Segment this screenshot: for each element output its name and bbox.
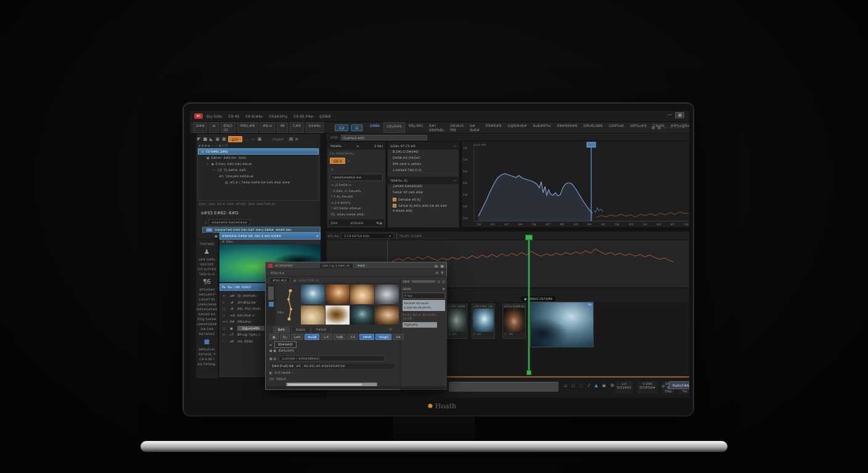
- dialog-filter-segment[interactable]: #%z #Lz: [269, 277, 290, 283]
- toolbar-mini-icon[interactable]: —: [682, 125, 686, 129]
- rail-label[interactable]: 65@ 5z#9#: [197, 317, 218, 321]
- properties-footer[interactable]: Z## #D9u6# ◥ ▣: [329, 219, 384, 226]
- collapse-caret-icon[interactable]: ▾: [316, 234, 318, 238]
- dialog-window-icon[interactable]: ▣: [440, 264, 444, 268]
- dialog-small-button[interactable]: 6#: [393, 334, 403, 340]
- workspace-tab[interactable]: b# 6s6#: [467, 122, 482, 133]
- rail-label[interactable]: L9#9#5#9#: [197, 321, 218, 326]
- checkbox-row[interactable]: + (2 6#6# =: [327, 183, 385, 189]
- tree-tool-icon[interactable]: ≡: [295, 137, 298, 142]
- asset-thumbnail[interactable]: [350, 305, 374, 325]
- workspace-tab[interactable]: D9v6L5B6: [581, 122, 605, 133]
- asset-thumbnail[interactable]: [350, 285, 374, 304]
- rail-label[interactable]: D#5#5#5#2: [197, 307, 218, 312]
- menu-item[interactable]: C9 45: [229, 114, 240, 118]
- dialog-small-button[interactable]: 6u: [280, 334, 290, 340]
- timeline-playhead-handle-bottom[interactable]: [526, 370, 531, 375]
- tree-row[interactable]: »◆D'6#n, 6#b D#L 6#u#.: [198, 161, 319, 167]
- right-panel-group-row[interactable]: G699 ⚙: [401, 285, 447, 292]
- rail-label[interactable]: D#.5#9: [197, 326, 218, 331]
- dialog-small-button[interactable]: %4B: [333, 334, 346, 340]
- asset-thumbnail[interactable]: [375, 305, 399, 325]
- rail-label[interactable]: L6#9u5#99: [197, 302, 218, 307]
- attribute-row[interactable]: 1 6#6#8 T#6 D 6): [388, 168, 459, 174]
- dialog-lower-tab[interactable]: 6L6z3: [291, 326, 310, 333]
- toolbar-mini-icon[interactable]: ▦: [657, 125, 661, 129]
- status-icon[interactable]: ▫: [564, 383, 567, 388]
- workspace-tab[interactable]: U@6#s6#: [505, 122, 529, 133]
- menu-item[interactable]: 6(y G(6s: [207, 114, 223, 118]
- toolbar-mini-icon[interactable]: —: [676, 125, 679, 129]
- tree-tool-icon[interactable]: ▦: [222, 137, 226, 142]
- toolbar-button[interactable]: #6.U: [260, 122, 275, 133]
- right-panel-input[interactable]: F-%x: [403, 293, 445, 299]
- curve-editor-panel[interactable]: · kty6 #6 1#5#8#6#0#4#D# 1##5#79#5##7#8#…: [461, 140, 689, 228]
- dialog-lower-tab[interactable]: B#9: [273, 326, 290, 333]
- attribute-row[interactable]: 5#6#' 6F d#6 #6#: [388, 190, 459, 196]
- tree-row[interactable]: ▣E#z#r: ##S 6#.: 6#G: [198, 155, 319, 161]
- dialog-small-button[interactable]: 3#V6: [359, 334, 374, 340]
- mode-button[interactable]: G: [351, 124, 362, 131]
- workspace-tab[interactable]: D6)6v5 f99: [448, 122, 466, 133]
- maximize-button[interactable]: ▣: [675, 112, 684, 118]
- rail-label[interactable]: 6#5#16, P: [197, 352, 218, 357]
- rail-label[interactable]: TV67#63: [197, 241, 218, 246]
- toolbar-mini-icon[interactable]: —: [669, 125, 673, 129]
- properties-input[interactable]: C#6#6#9#6# ##: [330, 174, 383, 181]
- status-icon[interactable]: ◉: [602, 383, 606, 388]
- tree-tool-icon[interactable]: ▣: [215, 137, 219, 142]
- dialog-window-icon[interactable]: ▤: [435, 264, 438, 268]
- timeline-playhead-handle-top[interactable]: [525, 235, 533, 240]
- status-icon[interactable]: ○: [571, 383, 575, 388]
- row3-field[interactable]: 1u6%9# / #D6#6B9#4): [279, 355, 385, 362]
- record-icon[interactable]: ◎: [389, 326, 392, 331]
- row1-value-box[interactable]: E9#4#)D: [274, 341, 297, 348]
- dialog-row-1[interactable]: ≡ E9#4#)D: [269, 341, 297, 348]
- dialog-small-button[interactable]: L#6: [291, 334, 303, 340]
- workspace-tab[interactable]: E9#6#9: [483, 122, 504, 133]
- rail-label[interactable]: 6#5u#9 P: [197, 292, 218, 297]
- rail-label[interactable]: 6#7#5#2: [197, 331, 218, 336]
- dialog-row-6[interactable]: [3) D9G.9: [269, 377, 286, 381]
- asset-thumbnail[interactable]: [326, 285, 350, 304]
- properties-orange-button[interactable]: 68 9: [330, 158, 345, 164]
- media-panel-header[interactable]: #9#6#9s 6#6# 6#, 6#) 2 #6) 6)6#9 ▾: [219, 232, 321, 240]
- timeline-clip[interactable]: c7#3 7H#6C· #5: [447, 304, 467, 339]
- rail-label[interactable]: T#5z 6v-8: [197, 272, 218, 277]
- tree-row[interactable]: ▤#5.# (,7#6# 6#F#.6# 6#6 #6# ###: [198, 179, 319, 185]
- workspace-tab[interactable]: 6#) 69d%6s: [427, 122, 446, 133]
- apply-button[interactable]: F@%#%: [403, 322, 437, 328]
- dialog-small-button[interactable]: 3.6: [347, 334, 358, 340]
- attribute-row[interactable]: D#6B #9 (F#2#C: [388, 156, 459, 162]
- dialog-tab[interactable]: 6%z) 6-a: [271, 271, 284, 275]
- toolbar-button[interactable]: C#9: [290, 122, 304, 133]
- attributes-section2-header[interactable]: 'S6#%s .6] —: [388, 177, 459, 184]
- rail-label[interactable]: U69 D65: [197, 262, 218, 267]
- rail-icon[interactable]: ¶6: [203, 278, 211, 285]
- collapse-icon[interactable]: —: [453, 144, 456, 148]
- tree-row[interactable]: *CZT1,6#F#, 6#6: [198, 167, 319, 173]
- tree-tool-icon[interactable]: . ,: [244, 137, 248, 142]
- timeline-playhead[interactable]: [528, 236, 530, 374]
- rail-icon[interactable]: ♟: [204, 248, 210, 255]
- rail-label[interactable]: L## D#6s: [197, 257, 218, 262]
- workspace-tab[interactable]: U9y9#6: [383, 122, 404, 133]
- status-icon[interactable]: ♪: [588, 383, 590, 388]
- timeline-clip[interactable]: 67%3 656R 6L3C:· #5: [502, 304, 526, 339]
- properties-header[interactable]: *K9#6s = 2 6#): [327, 142, 385, 150]
- dialog-small-button[interactable]: ▦: [269, 334, 279, 340]
- asset-thumbnail[interactable]: [326, 305, 350, 325]
- dialog-tab-icon[interactable]: ¶: [441, 270, 443, 275]
- tree-active-tool-button[interactable]: D'|*: [228, 136, 242, 142]
- tree-tool-icon[interactable]: ▣: [258, 137, 262, 142]
- tree-tool-icon[interactable]: ◣: [210, 137, 213, 142]
- workspace-tab[interactable]: 69#669#6: [555, 122, 580, 133]
- attribute-row[interactable]: B 2#L G D#9#D: [388, 150, 459, 156]
- timeline-clip-large[interactable]: 5s: [530, 302, 594, 347]
- dialog-titlebar[interactable]: #C9(6#9#) 3#6 2.6) 3.#W9 .#(#(6# ▤▣: [266, 262, 446, 269]
- checkbox-row[interactable]: * 7 #L 6#v#6: [327, 195, 385, 201]
- toolbar-mini-icon[interactable]: ▦: [652, 125, 655, 129]
- subheader-input[interactable]: Du#%r9 #6D: [341, 135, 427, 140]
- tree-tool-icon[interactable]: ▤: [289, 137, 293, 142]
- tree-subrow[interactable]: 1#8#6#6# R#6#6#9#: [205, 219, 250, 225]
